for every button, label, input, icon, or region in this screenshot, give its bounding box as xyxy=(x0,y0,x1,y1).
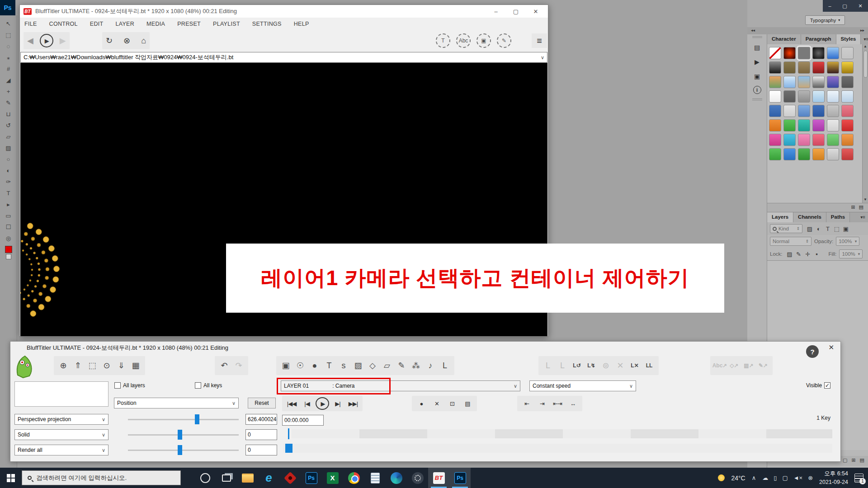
style-swatch[interactable] xyxy=(769,105,781,117)
panel-menu-icon[interactable]: ▾≡ xyxy=(861,34,868,44)
new-show[interactable]: ⊕ xyxy=(56,358,71,373)
delete-layer[interactable]: L✕ xyxy=(627,358,642,373)
lock-pixels-icon[interactable]: ✎ xyxy=(794,251,803,258)
taskbar-photoshop-running[interactable]: Ps xyxy=(449,468,471,488)
style-swatch[interactable] xyxy=(783,119,796,131)
home-icon[interactable]: ⌂ xyxy=(141,36,146,46)
tab-character[interactable]: Character xyxy=(767,34,801,44)
style-swatch[interactable] xyxy=(783,47,796,59)
style-swatch[interactable] xyxy=(827,134,839,146)
value-slider-3[interactable] xyxy=(128,445,239,455)
light-layer[interactable]: ☉ xyxy=(293,358,307,373)
menu-settings[interactable]: SETTINGS xyxy=(252,21,282,27)
gradient-tool[interactable]: ▨ xyxy=(3,142,14,154)
lasso-tool[interactable]: ◌ xyxy=(3,41,14,52)
resize-show[interactable]: ⬚ xyxy=(85,358,99,373)
back-button[interactable]: ◀ xyxy=(27,36,33,46)
style-swatch[interactable] xyxy=(827,90,839,103)
camera-layer[interactable]: ▣ xyxy=(278,358,293,373)
delete-style-icon[interactable]: ▤ xyxy=(859,204,863,211)
undo[interactable]: ↶ xyxy=(217,358,231,373)
healing-tool[interactable]: + xyxy=(3,86,14,97)
taskbar-notepad[interactable] xyxy=(364,468,386,488)
style-swatch[interactable] xyxy=(769,148,781,160)
group-icon[interactable]: ▢ xyxy=(843,457,847,465)
new-style-icon[interactable]: ⊞ xyxy=(851,204,855,211)
style-swatch[interactable] xyxy=(812,119,825,131)
style-swatch[interactable] xyxy=(783,61,796,74)
timeline-track[interactable] xyxy=(292,429,832,438)
history-brush-tool[interactable]: ↺ xyxy=(3,120,14,131)
style-swatch[interactable] xyxy=(827,76,839,88)
slider-handle[interactable] xyxy=(195,414,199,424)
reset-button[interactable]: Reset xyxy=(248,398,276,408)
combo-chevron-icon[interactable]: ∨ xyxy=(232,400,236,406)
style-swatch[interactable] xyxy=(812,61,825,74)
filter-shape-icon[interactable]: ⬚ xyxy=(832,225,841,232)
marquee-tool[interactable]: ⬚ xyxy=(3,29,14,41)
ink-layer[interactable]: ● xyxy=(307,358,322,373)
close-button[interactable]: ✕ xyxy=(532,8,540,15)
open-show[interactable]: ⇑ xyxy=(71,358,85,373)
show-duration[interactable]: ⊙ xyxy=(99,358,114,373)
style-swatch[interactable] xyxy=(783,134,796,146)
style-swatch[interactable] xyxy=(769,76,781,88)
style-swatch[interactable] xyxy=(769,119,781,131)
taskbar-internet-explorer[interactable]: e xyxy=(258,468,279,488)
style-swatch[interactable] xyxy=(827,148,839,160)
visible-checkbox[interactable]: Visible ✓ xyxy=(806,382,830,389)
visible-box[interactable]: ✓ xyxy=(824,382,830,389)
forward-button[interactable]: ▶ xyxy=(60,36,66,46)
style-swatch[interactable] xyxy=(841,148,854,160)
filter-pixel-icon[interactable]: ▨ xyxy=(805,225,814,232)
taskbar-file-explorer[interactable] xyxy=(237,468,258,488)
opacity-combo[interactable]: 100% ▾ xyxy=(836,237,859,246)
particle-layer[interactable]: ⁂ xyxy=(409,358,423,373)
animate-layer[interactable]: L↯ xyxy=(584,358,599,373)
style-swatch[interactable] xyxy=(798,134,810,146)
lock-all-icon[interactable]: ▪ xyxy=(812,251,821,258)
filter-adjust-icon[interactable]: ◐ xyxy=(814,225,823,232)
style-swatch[interactable] xyxy=(783,148,796,160)
value-field-3[interactable]: 0 xyxy=(245,445,277,455)
export-video[interactable]: ▦ xyxy=(128,358,143,373)
tray-chevron-icon[interactable]: ∧ xyxy=(752,474,756,481)
taskbar-excel[interactable]: X xyxy=(322,468,343,488)
paste-key[interactable]: ▤ xyxy=(461,397,474,410)
eraser-layer[interactable]: ✎ xyxy=(394,358,409,373)
menu-file[interactable]: FILE xyxy=(24,21,37,27)
audio-layer[interactable]: ♪ xyxy=(423,358,438,373)
hand-tool[interactable]: ☐ xyxy=(3,221,14,233)
blur-tool[interactable]: ○ xyxy=(3,154,14,165)
path-dropdown-icon[interactable]: ∨ xyxy=(541,55,544,61)
filter-smart-icon[interactable]: ▣ xyxy=(841,225,850,232)
ps-minimize-button[interactable]: – xyxy=(828,3,831,9)
wand-tool[interactable]: ⁎ xyxy=(3,52,14,63)
timeline-playhead[interactable] xyxy=(288,428,289,439)
network-icon[interactable]: ▢ xyxy=(782,474,788,481)
style-swatch[interactable] xyxy=(841,47,854,59)
panel-menu-icon[interactable]: ▾≡ xyxy=(858,212,868,222)
brush-tool[interactable]: ✎ xyxy=(3,97,14,108)
workspace-selector[interactable]: Typography ▾ xyxy=(805,15,845,25)
help-button[interactable]: ? xyxy=(806,345,819,358)
menu-control[interactable]: CONTROL xyxy=(49,21,78,27)
taskbar-chrome[interactable] xyxy=(343,468,364,488)
device-icon[interactable]: ▯ xyxy=(774,474,777,481)
slider-handle[interactable] xyxy=(178,445,182,455)
taskbar-cortana[interactable] xyxy=(194,468,216,488)
weather-icon[interactable] xyxy=(718,474,725,481)
menu-help[interactable]: HELP xyxy=(294,21,309,27)
start-button[interactable] xyxy=(0,468,22,488)
type-tool[interactable]: T xyxy=(3,188,14,199)
lock-position-icon[interactable]: ✛ xyxy=(803,251,812,258)
value-field-1[interactable]: 626.400024 xyxy=(245,414,277,425)
eject-icon[interactable]: ⊗ xyxy=(808,474,813,481)
taskbar-media-player[interactable] xyxy=(407,468,428,488)
slider-handle[interactable] xyxy=(178,430,182,440)
timeline-scrollbar[interactable] xyxy=(283,444,832,453)
stretch-keys[interactable]: ⇤⇥ xyxy=(551,397,564,410)
style-swatch-none[interactable] xyxy=(769,47,781,59)
surface-combo[interactable]: Solid∨ xyxy=(14,429,108,440)
style-swatch[interactable] xyxy=(798,90,810,103)
